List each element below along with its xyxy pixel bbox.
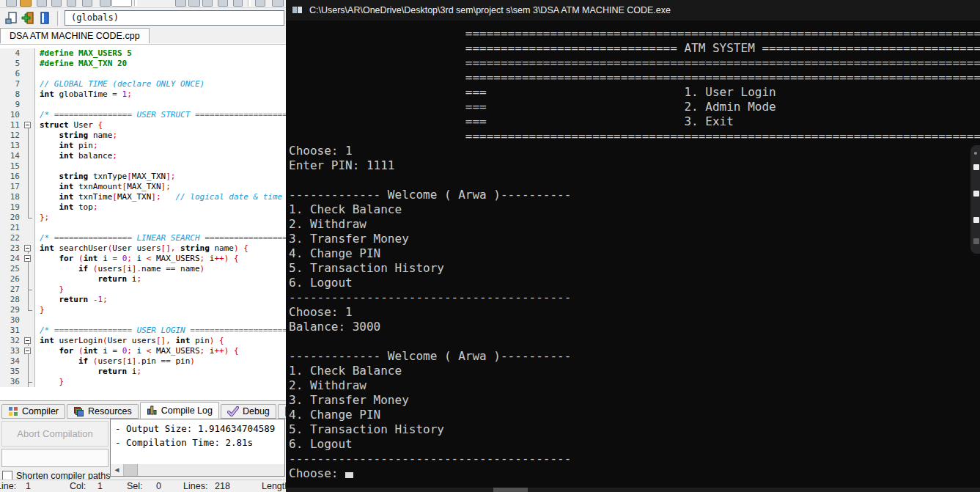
fold-guide [22,192,35,202]
fold-guide [22,161,35,172]
code-editor[interactable]: 4#define MAX_USERS 55#define MAX_TXN 206… [0,44,286,400]
code-line: 30 [0,315,286,326]
line-number: 22 [0,233,22,243]
widget-square-icon[interactable] [973,217,979,223]
status-value: 1 [26,480,31,492]
console-title: C:\Users\AR\OneDrive\Desktop\3rd sem\pro… [309,5,671,15]
blue-page-icon[interactable] [37,11,52,26]
fold-guide [22,182,35,192]
line-number: 5 [0,59,22,69]
line-number: 33 [0,346,22,356]
code-line: 21 [0,223,286,233]
line-number: 6 [0,69,22,79]
fold-guide [22,48,35,59]
line-number: 27 [0,284,22,295]
code-line: 26 return i; [0,274,286,284]
fold-guide [22,233,35,243]
scroll-left-arrow-icon[interactable]: ◄ [111,464,124,476]
code-line: 6 [0,69,286,79]
door-plus-icon[interactable] [21,11,35,26]
fold-guide [22,295,35,305]
line-number: 31 [0,326,22,336]
fold-toggle-icon[interactable] [22,120,35,131]
console-cursor [345,472,353,478]
fold-guide [22,79,35,89]
code-line: 4#define MAX_USERS 5 [0,48,286,59]
fold-toggle-icon[interactable] [22,243,35,254]
devcpp-ide-window: (globals) DSA ATM MACHINE CODE.cpp 4#def… [0,0,286,492]
toolbar-icon-fragment [67,0,76,7]
globals-dropdown[interactable]: (globals) [65,10,284,26]
compile-progress-bar [1,449,108,467]
fold-guide [22,110,35,120]
code-line: 10/* ================ USER STRUCT ======… [0,110,286,120]
console-output[interactable]: ========================================… [286,21,980,481]
status-label: Col: [70,480,86,492]
status-label: Length: [262,480,286,492]
line-number: 15 [0,161,22,172]
line-number: 17 [0,182,22,192]
toolbar-icon-fragment [233,0,243,7]
code-line: 17 int txnAmount[MAX_TXN]; [0,182,286,192]
class-browser-toolbar: (globals) [0,8,286,28]
line-number: 26 [0,274,22,284]
line-number: 12 [0,131,22,141]
fold-guide [22,284,35,295]
toolbar-icon-fragment [134,0,137,7]
tab-find[interactable]: Find [278,404,286,419]
code-line: 16 string txnType[MAX_TXN]; [0,172,286,182]
tab-compile-log[interactable]: Compile Log [140,402,219,419]
status-value: 218 [215,480,230,492]
fold-guide [22,223,35,233]
code-line: 34 if (users[i].pin == pin) [0,356,286,367]
widget-square-icon[interactable] [973,164,979,170]
overlapping-windows-icon[interactable] [4,11,18,26]
fold-toggle-icon[interactable] [22,336,35,346]
console-titlebar[interactable]: C:\Users\AR\OneDrive\Desktop\3rd sem\pro… [286,0,980,21]
fold-guide [22,305,35,315]
abort-compilation-button[interactable]: Abort Compilation [1,421,108,447]
code-line: 35 return i; [0,367,286,377]
line-number: 14 [0,151,22,161]
widget-dim-icon[interactable] [973,238,979,244]
fold-guide [22,69,35,79]
console-window[interactable]: C:\Users\AR\OneDrive\Desktop\3rd sem\pro… [286,0,980,492]
line-number: 8 [0,89,22,100]
toolbar-icon-fragment [218,0,228,7]
status-label: Sel: [127,480,143,492]
code-line: 5#define MAX_TXN 20 [0,59,286,69]
fold-guide [22,100,35,110]
toolbar-icon-fragment [111,0,132,7]
widget-square-icon[interactable] [973,191,979,197]
code-line: 9 [0,100,286,110]
console-bottom-edge [286,488,980,492]
widget-dot-icon [974,152,977,155]
file-tab[interactable]: DSA ATM MACHINE CODE.cpp [0,28,150,44]
code-line: 8int globalTime = 1; [0,89,286,100]
tab-compiler[interactable]: Compiler [1,404,65,419]
line-number: 18 [0,192,22,202]
tab-resources[interactable]: Resources [67,404,139,419]
toolbar-icon-fragment [20,0,32,7]
code-line: 36 } [0,377,286,387]
code-line: 7// GLOBAL TIME (declare ONLY ONCE) [0,79,286,89]
tab-debug[interactable]: Debug [221,404,276,419]
fold-guide [22,202,35,213]
toolbar-icon-fragment [255,0,265,7]
code-line: 22/* ================ LINEAR SEARCH ====… [0,233,286,243]
scrollbar-thumb[interactable] [137,464,284,476]
edge-widget-strip[interactable] [970,145,980,254]
line-number: 30 [0,315,22,326]
fold-guide [22,89,35,100]
tab-label: Compiler [22,406,59,416]
tab-label: Compile Log [161,405,213,416]
fold-toggle-icon[interactable] [22,254,35,264]
line-number: 10 [0,110,22,120]
line-number: 24 [0,254,22,264]
code-line: 13 int pin; [0,141,286,151]
fold-guide [22,151,35,161]
fold-toggle-icon[interactable] [22,346,35,356]
fold-guide [22,213,35,223]
line-number: 28 [0,295,22,305]
log-horizontal-scrollbar[interactable]: ◄ [111,464,284,476]
